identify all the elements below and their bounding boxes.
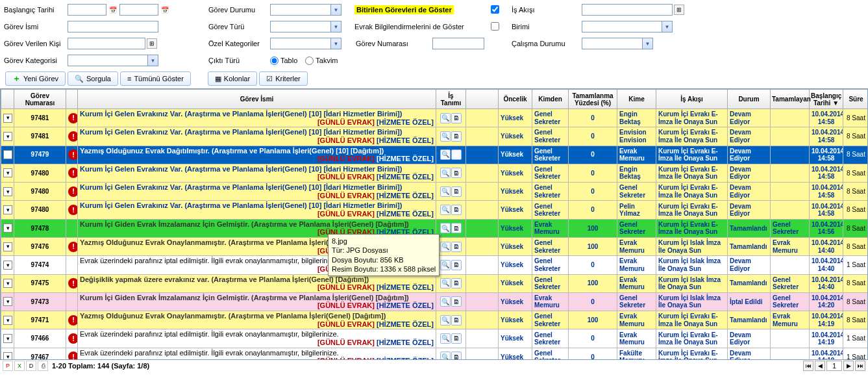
- cell-kimden[interactable]: Genel Sekreter: [532, 183, 569, 201]
- cell-kimden[interactable]: Genel Sekreter: [532, 201, 569, 219]
- cell-kime[interactable]: Evrak Memuru: [617, 237, 656, 255]
- view-icon[interactable]: 🔍: [440, 149, 451, 160]
- lookup-icon[interactable]: ⊞: [147, 38, 157, 49]
- expand-icon[interactable]: ▾: [3, 261, 12, 270]
- cell-tamamlayan[interactable]: [771, 256, 810, 274]
- export-doc-icon[interactable]: D: [26, 361, 36, 371]
- calendar-icon[interactable]: 📅: [108, 5, 118, 15]
- input-gorev-verilen[interactable]: [68, 38, 145, 49]
- cell-tamamlayan[interactable]: Genel Sekreter: [771, 219, 810, 237]
- view-icon[interactable]: 🔍: [440, 168, 451, 178]
- view-icon[interactable]: 🔍: [440, 333, 451, 344]
- combo-birimi[interactable]: ▼: [582, 21, 673, 32]
- cell-flow[interactable]: Kurum İçi Islak İmza İle Onaya Sun: [656, 256, 728, 274]
- btn-kriterler[interactable]: ☑Kriterler: [259, 71, 308, 86]
- btn-yeni-gorev[interactable]: ＋Yeni Görev: [5, 71, 66, 86]
- cell-kimden[interactable]: Genel Sekreter: [532, 146, 569, 164]
- table-row[interactable]: ▾97480!Kurum İçi Gelen Evrakınız Var. (A…: [1, 164, 869, 182]
- cell-flow[interactable]: Kurum İçi Islak İmza İle Onaya Sun: [656, 237, 728, 255]
- detail-icon[interactable]: 🗎: [451, 186, 462, 197]
- view-icon[interactable]: 🔍: [440, 205, 451, 215]
- view-icon[interactable]: 🔍: [440, 315, 451, 326]
- btn-kolonlar[interactable]: ▦Kolonlar: [208, 71, 257, 86]
- cell-kime[interactable]: Evrak Memuru: [617, 256, 656, 274]
- detail-icon[interactable]: 🗎: [451, 296, 462, 307]
- col-is-tanimi[interactable]: İş Tanımı: [436, 90, 466, 109]
- cell-kimden[interactable]: Evrak Memuru: [532, 219, 569, 237]
- input-start-date-to[interactable]: [119, 4, 158, 16]
- cell-tamamlayan[interactable]: [771, 164, 810, 182]
- cell-kime[interactable]: Evrak Memuru: [617, 329, 656, 348]
- table-row[interactable]: ▾97480!Kurum İçi Gelen Evrakınız Var. (A…: [1, 201, 869, 219]
- view-icon[interactable]: 🔍: [440, 223, 451, 233]
- view-icon[interactable]: 🔍: [440, 352, 451, 360]
- detail-icon[interactable]: 🗎: [451, 333, 462, 344]
- cell-kimden[interactable]: Genel Sekreter: [532, 329, 569, 348]
- cell-kimden[interactable]: Genel Sekreter: [532, 274, 569, 292]
- cell-kimden[interactable]: Genel Sekreter: [532, 109, 569, 127]
- view-icon[interactable]: 🔍: [440, 186, 451, 197]
- expand-icon[interactable]: ▾: [3, 316, 12, 325]
- col-tamamlanma[interactable]: Tamamlanma Yüzdesi (%): [569, 90, 617, 109]
- table-row[interactable]: ▾97466!Evrak üzerindeki parafınız iptal …: [1, 329, 869, 348]
- expand-icon[interactable]: ▾: [3, 114, 12, 123]
- combo-ozel-kat[interactable]: ▼: [270, 38, 341, 49]
- cell-tamamlayan[interactable]: [771, 201, 810, 219]
- cell-kimden[interactable]: Genel Sekreter: [532, 311, 569, 329]
- view-icon[interactable]: 🔍: [440, 113, 451, 123]
- cell-tamamlayan[interactable]: [771, 109, 810, 127]
- chk-evrak-bilgi[interactable]: [491, 22, 499, 31]
- cell-kimden[interactable]: Genel Sekreter: [532, 127, 569, 146]
- expand-icon[interactable]: ▾: [3, 132, 12, 141]
- cell-kimden[interactable]: Evrak Memuru: [532, 292, 569, 311]
- cell-tamamlayan[interactable]: Genel Sekreter: [771, 292, 810, 311]
- cell-flow[interactable]: Kurum İçi Evrakı E-İmza İle Onaya Sun: [656, 329, 728, 348]
- cell-desc[interactable]: Yazmış Olduğunuz Evrak Onaylanmamıştır. …: [78, 311, 436, 329]
- combo-gorev-kat[interactable]: ▼: [68, 55, 158, 66]
- cell-tamamlayan[interactable]: [771, 146, 810, 164]
- cell-flow[interactable]: Kurum İçi Evrakı E-İmza İle Onaya Sun: [656, 127, 728, 146]
- expand-icon[interactable]: ▾: [3, 224, 12, 233]
- input-gorev-no[interactable]: [432, 38, 484, 49]
- table-row[interactable]: ▾97473Kurum İçi Giden Evrak İmzalamanız …: [1, 292, 869, 311]
- table-row[interactable]: ▾97467!Evrak üzerindeki parafınız iptal …: [1, 348, 869, 360]
- table-row[interactable]: ▾97481!Kurum İçi Gelen Evrakınız Var. (A…: [1, 127, 869, 146]
- cell-flow[interactable]: Kurum İçi Evrakı E-İmza İle Onaya Sun: [656, 201, 728, 219]
- col-kime[interactable]: Kime: [617, 90, 656, 109]
- table-row[interactable]: ▾97481!Kurum İçi Gelen Evrakınız Var. (A…: [1, 109, 869, 127]
- cell-tamamlayan[interactable]: Genel Sekreter: [771, 274, 810, 292]
- cell-flow[interactable]: Kurum İçi Islak İmza İle Onaya Sun: [656, 292, 728, 311]
- cell-flow[interactable]: Kurum İçi Evrakı E-İmza İle Onaya Sun: [656, 183, 728, 201]
- expand-icon[interactable]: ▾: [3, 334, 12, 343]
- detail-icon[interactable]: 🗎: [451, 223, 462, 233]
- cell-kime[interactable]: Engin Bektaş: [617, 164, 656, 182]
- detail-icon[interactable]: 🗎: [451, 260, 462, 270]
- cell-kime[interactable]: Evrak Memuru: [617, 146, 656, 164]
- cell-flow[interactable]: Kurum İçi Evrakı E-İmza İle Onaya Sun: [656, 348, 728, 360]
- col-sure[interactable]: Süre: [843, 90, 869, 109]
- cell-desc[interactable]: Yazmış Olduğunuz Evrak Dağıtılmıştır. (A…: [78, 146, 436, 164]
- cell-kime[interactable]: Genel Sekreter: [617, 183, 656, 201]
- expand-icon[interactable]: ▾: [3, 205, 12, 214]
- detail-icon[interactable]: 🗎: [451, 315, 462, 326]
- expand-icon[interactable]: ▾: [3, 279, 12, 288]
- export-print-icon[interactable]: ⎙: [38, 361, 48, 371]
- pager-input[interactable]: [826, 361, 842, 371]
- cell-flow[interactable]: Kurum İçi Evrakı E-İmza İle Onaya Sun: [656, 109, 728, 127]
- view-icon[interactable]: 🔍: [440, 296, 451, 307]
- cell-desc[interactable]: Evrak üzerindeki parafınız iptal edilmiş…: [78, 348, 436, 360]
- radio-takvim[interactable]: Takvim: [305, 57, 338, 65]
- col-gorev-no[interactable]: Görev Numarası: [14, 90, 66, 109]
- detail-icon[interactable]: 🗎: [451, 149, 462, 160]
- cell-kime[interactable]: Genel Sekreter: [617, 219, 656, 237]
- cell-desc[interactable]: Kurum İçi Gelen Evrakınız Var. (Araştırm…: [78, 183, 436, 201]
- col-kimden[interactable]: Kimden: [532, 90, 569, 109]
- cell-desc[interactable]: Kurum İçi Giden Evrak İmzalamanız İçin G…: [78, 292, 436, 311]
- btn-tumunu-goster[interactable]: ≡Tümünü Göster: [120, 71, 191, 86]
- pager-last[interactable]: ⏭: [855, 361, 865, 371]
- pager-next[interactable]: ▶: [843, 361, 854, 371]
- cell-tamamlayan[interactable]: [771, 127, 810, 146]
- expand-icon[interactable]: ▾: [3, 297, 12, 306]
- cell-desc[interactable]: Kurum İçi Gelen Evrakınız Var. (Araştırm…: [78, 127, 436, 146]
- combo-gorev-turu[interactable]: ▼: [270, 21, 341, 32]
